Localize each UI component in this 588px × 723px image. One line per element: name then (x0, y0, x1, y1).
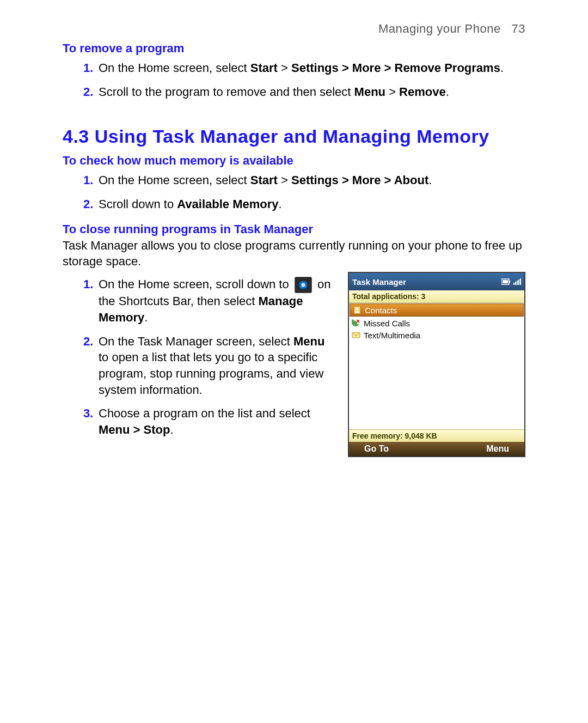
phone-app-item[interactable]: Missed Calls (349, 317, 524, 329)
step-text: Scroll to the program to remove and then… (99, 84, 525, 100)
step-number: 2. (83, 196, 99, 212)
steps-close-programs: 1. On the Home screen, scroll down to (63, 272, 336, 448)
phone-softkeys: Go To Menu (349, 442, 524, 456)
page-number: 73 (512, 22, 525, 35)
step-text: On the Task Manager screen, select Menu … (99, 333, 336, 398)
phone-free-memory: Free memory: 9,048 KB (349, 429, 524, 442)
svg-point-15 (356, 308, 358, 310)
step-text: Choose a program on the list and select … (99, 405, 336, 438)
list-item: 2. On the Task Manager screen, select Me… (83, 333, 336, 398)
phone-app-item[interactable]: Text/Multimedia (349, 329, 524, 341)
svg-rect-11 (517, 281, 518, 285)
phone-softkey-left[interactable]: Go To (364, 444, 389, 454)
subheading-remove-program: To remove a program (63, 41, 525, 56)
list-item: 2. Scroll down to Available Memory. (83, 196, 525, 212)
phone-total-apps: Total applications: 3 (349, 290, 524, 303)
phone-app-label: Text/Multimedia (364, 331, 420, 340)
steps-remove-program: 1. On the Home screen, select Start > Se… (63, 60, 525, 100)
list-item: 1. On the Home screen, scroll down to (83, 276, 336, 326)
heading-4-3: 4.3 Using Task Manager and Managing Memo… (63, 126, 525, 147)
signal-icon (513, 278, 521, 285)
phone-status-icons (501, 278, 521, 285)
message-icon (351, 330, 361, 340)
paragraph-explain: Task Manager allows you to close program… (63, 238, 525, 270)
step-number: 2. (83, 333, 99, 350)
step-number: 3. (83, 405, 99, 422)
phone-app-item-selected[interactable]: Contacts (350, 303, 524, 317)
phone-title-bar: Task Manager (349, 273, 524, 290)
phone-app-list: Contacts Missed Calls Text/Multimedia (349, 303, 524, 429)
gear-icon (295, 277, 312, 293)
list-item: 2. Scroll to the program to remove and t… (83, 84, 525, 100)
section-name: Managing your Phone (378, 22, 501, 35)
svg-rect-13 (520, 278, 521, 285)
svg-rect-9 (513, 283, 514, 285)
screenshot-task-manager: Task Manager Total applications: 3 Conta… (348, 272, 525, 457)
step-text: On the Home screen, select Start > Setti… (99, 172, 525, 189)
subheading-close-programs: To close running programs in Task Manage… (63, 222, 525, 236)
phone-title-text: Task Manager (352, 277, 406, 287)
step-number: 1. (83, 172, 99, 189)
step-number: 2. (83, 84, 99, 100)
step-text: On the Home screen, select Start > Setti… (99, 60, 525, 76)
list-item: 1. On the Home screen, select Start > Se… (83, 172, 525, 189)
phone-app-label: Missed Calls (364, 319, 410, 328)
step-text: Scroll down to Available Memory. (99, 196, 525, 212)
step-number: 1. (83, 276, 99, 293)
step-number: 1. (83, 60, 99, 76)
running-header: Managing your Phone 73 (63, 22, 525, 36)
list-item: 1. On the Home screen, select Start > Se… (83, 60, 525, 76)
phone-softkey-right[interactable]: Menu (486, 444, 509, 454)
battery-icon (501, 278, 511, 285)
svg-point-1 (301, 283, 305, 287)
layout-row: 1. On the Home screen, scroll down to (63, 272, 525, 457)
contacts-icon (352, 305, 362, 315)
steps-check-memory: 1. On the Home screen, select Start > Se… (63, 172, 525, 212)
phone-app-label: Contacts (365, 306, 397, 315)
svg-rect-8 (503, 280, 508, 283)
step-text: On the Home screen, scroll down to on th… (99, 276, 336, 326)
subheading-check-memory: To check how much memory is available (63, 154, 525, 168)
svg-rect-16 (352, 332, 360, 338)
svg-rect-12 (518, 280, 519, 285)
svg-rect-10 (515, 282, 516, 285)
missed-calls-icon (351, 318, 361, 328)
svg-rect-7 (509, 281, 510, 283)
list-item: 3. Choose a program on the list and sele… (83, 405, 336, 438)
